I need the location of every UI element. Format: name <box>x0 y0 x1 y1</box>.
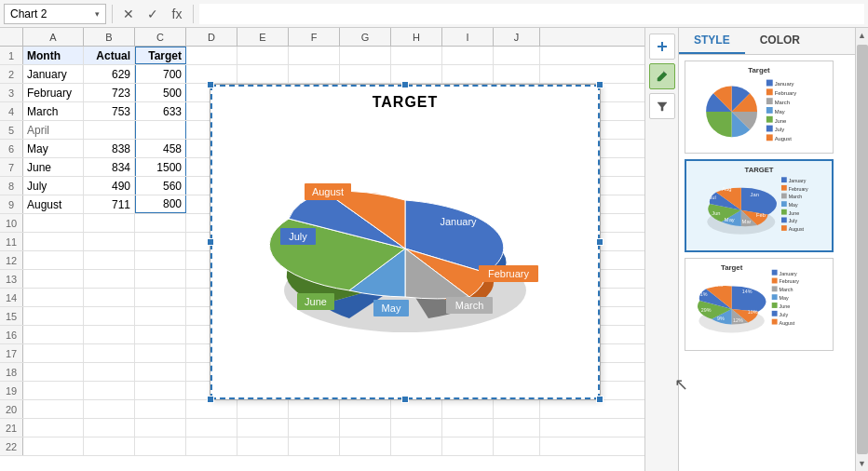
main-area: A B C D E F G H I J 1 Month Actual Targe… <box>0 28 868 471</box>
chart-handle-br[interactable] <box>596 396 604 403</box>
svg-text:May: May <box>789 202 798 208</box>
col-header-J[interactable]: J <box>494 28 540 46</box>
col-header-C[interactable]: C <box>135 28 186 46</box>
cell-B7[interactable]: 834 <box>84 158 135 176</box>
cell-G1[interactable] <box>340 47 391 64</box>
chart-handle-bl[interactable] <box>207 396 214 403</box>
row-num-7: 7 <box>0 158 23 176</box>
col-header-I[interactable]: I <box>442 28 494 46</box>
tab-color[interactable]: COLOR <box>745 28 815 54</box>
cell-J1[interactable] <box>494 47 540 64</box>
cell-B1[interactable]: Actual <box>84 47 135 64</box>
cell-E2[interactable] <box>237 65 289 83</box>
chart-thumbnail-1[interactable]: Target <box>685 61 834 154</box>
chart-handle-tm[interactable] <box>401 81 409 88</box>
chart-styles-button[interactable] <box>649 63 675 89</box>
scroll-down-arrow[interactable]: ▼ <box>856 456 869 471</box>
thumbnail-1-svg: Target <box>685 61 833 153</box>
cell-A9[interactable]: August <box>23 195 84 213</box>
cell-A4[interactable]: March <box>23 102 84 120</box>
chart-handle-mr[interactable] <box>596 238 604 246</box>
cell-B9[interactable]: 711 <box>84 195 135 213</box>
cell-C8[interactable]: 560 <box>135 177 186 195</box>
chart-handle-tl[interactable] <box>207 81 214 88</box>
chart-thumbnail-2[interactable]: TARGET Jan Feb Mar Ma <box>685 159 834 252</box>
svg-rect-14 <box>766 126 773 132</box>
cell-H1[interactable] <box>391 47 442 64</box>
chart-filters-button[interactable] <box>649 93 675 119</box>
svg-text:Target: Target <box>721 263 743 272</box>
pie-chart: January February March May June <box>256 118 554 360</box>
cell-C4[interactable]: 633 <box>135 102 186 120</box>
svg-text:May: May <box>725 217 735 222</box>
table-row: 2 January 629 700 <box>0 65 644 84</box>
svg-rect-4 <box>766 80 773 87</box>
cell-A2[interactable]: January <box>23 65 84 83</box>
cell-B8[interactable]: 490 <box>84 177 135 195</box>
col-header-F[interactable]: F <box>289 28 340 46</box>
cell-C3[interactable]: 500 <box>135 84 186 101</box>
cell-E1[interactable] <box>237 47 289 64</box>
cell-C1[interactable]: Target <box>135 47 186 64</box>
col-header-A[interactable]: A <box>23 28 84 46</box>
chart-container[interactable]: TARGET <box>210 84 601 400</box>
svg-text:January: January <box>780 271 797 276</box>
cell-A3[interactable]: February <box>23 84 84 101</box>
scroll-up-arrow[interactable]: ▲ <box>856 28 869 43</box>
chart-handle-bm[interactable] <box>401 396 409 403</box>
cell-C5[interactable] <box>135 121 186 139</box>
name-box[interactable]: Chart 2 ▾ <box>4 4 106 24</box>
chart-handle-tr[interactable] <box>596 81 604 88</box>
svg-text:July: July <box>780 312 789 317</box>
confirm-button[interactable]: ✓ <box>142 4 163 24</box>
row-num-9: 9 <box>0 195 23 213</box>
chart-thumbnail-3[interactable]: Target 14% 10% 12% 9% <box>685 258 834 351</box>
cell-C7[interactable]: 1500 <box>135 158 186 176</box>
cell-F1[interactable] <box>289 47 340 64</box>
panel-scrollbar[interactable]: ▲ ▼ <box>855 28 868 471</box>
column-headers: A B C D E F G H I J <box>0 28 644 47</box>
pie-chart-svg: January February March May June <box>256 118 554 360</box>
tab-style[interactable]: STYLE <box>679 28 745 54</box>
cell-B4[interactable]: 753 <box>84 102 135 120</box>
add-element-button[interactable] <box>649 34 675 60</box>
col-header-B[interactable]: B <box>84 28 135 46</box>
cell-C9[interactable]: 800 <box>135 195 186 213</box>
cell-A1[interactable]: Month <box>23 47 84 64</box>
cell-A5[interactable]: April <box>23 121 84 139</box>
cell-I2[interactable] <box>442 65 494 83</box>
chart-tools-toolbar <box>645 28 679 471</box>
cell-F2[interactable] <box>289 65 340 83</box>
svg-text:February: February <box>780 278 800 284</box>
chart-thumbnails-area: Target <box>679 55 855 471</box>
col-header-D[interactable]: D <box>186 28 237 46</box>
svg-rect-54 <box>772 286 778 291</box>
chart-handle-ml[interactable] <box>207 238 214 246</box>
cell-B6[interactable]: 838 <box>84 140 135 157</box>
col-header-G[interactable]: G <box>340 28 391 46</box>
cell-B5[interactable] <box>84 121 135 139</box>
label-june: June <box>305 296 327 307</box>
cell-H2[interactable] <box>391 65 442 83</box>
name-box-text: Chart 2 <box>10 7 47 20</box>
row-num-5: 5 <box>0 121 23 139</box>
cell-G2[interactable] <box>340 65 391 83</box>
col-header-H[interactable]: H <box>391 28 442 46</box>
svg-text:12%: 12% <box>733 317 743 323</box>
cell-C2[interactable]: 700 <box>135 65 186 83</box>
cell-D1[interactable] <box>186 47 237 64</box>
cell-A8[interactable]: July <box>23 177 84 195</box>
cell-J2[interactable] <box>494 65 540 83</box>
scroll-thumb[interactable] <box>857 45 868 454</box>
cell-I1[interactable] <box>442 47 494 64</box>
cancel-button[interactable]: ✕ <box>118 4 139 24</box>
cell-B2[interactable]: 629 <box>84 65 135 83</box>
function-button[interactable]: fx <box>167 4 187 24</box>
cell-B3[interactable]: 723 <box>84 84 135 101</box>
cell-A6[interactable]: May <box>23 140 84 157</box>
formula-input[interactable] <box>199 4 864 24</box>
col-header-E[interactable]: E <box>237 28 289 46</box>
cell-A7[interactable]: June <box>23 158 84 176</box>
svg-rect-60 <box>772 311 778 316</box>
cell-C6[interactable]: 458 <box>135 140 186 157</box>
